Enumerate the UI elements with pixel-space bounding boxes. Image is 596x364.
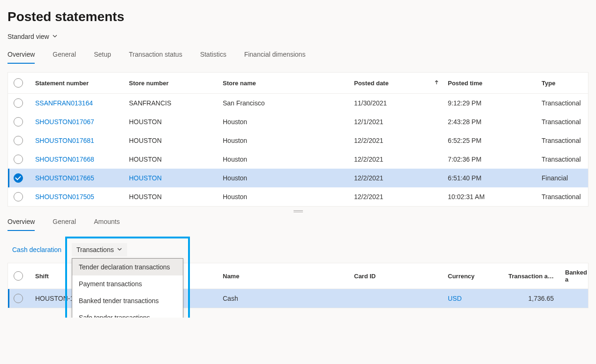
transaction-amount-value: 1,736.65 bbox=[504, 295, 565, 302]
col-header-store-name[interactable]: Store name bbox=[223, 80, 354, 87]
chevron-down-icon bbox=[52, 33, 58, 40]
row-checkbox[interactable] bbox=[14, 294, 23, 303]
table-row[interactable]: SHOUSTON017665HOUSTONHouston12/2/20216:5… bbox=[8, 169, 588, 187]
menu-safe-tender-transactions[interactable]: Safe tender transactions bbox=[72, 309, 183, 318]
lines-select-all-checkbox[interactable] bbox=[14, 271, 23, 281]
store-name-value: Houston bbox=[223, 118, 354, 126]
row-checkbox[interactable] bbox=[14, 155, 23, 164]
store-number-value: HOUSTON bbox=[129, 118, 162, 126]
tab-overview[interactable]: Overview bbox=[8, 51, 35, 64]
statement-number-link[interactable]: SHOUSTON017505 bbox=[35, 193, 94, 201]
type-value: Transactional bbox=[542, 193, 588, 201]
statement-number-link[interactable]: SSANFRAN013164 bbox=[35, 99, 93, 107]
store-name-value: Houston bbox=[223, 174, 354, 182]
row-checkbox[interactable] bbox=[14, 192, 23, 201]
page-title: Posted statements bbox=[8, 9, 588, 24]
store-name-value: San Francisco bbox=[223, 99, 354, 107]
store-number-value: HOUSTON bbox=[129, 156, 162, 163]
tab-transaction-status[interactable]: Transaction status bbox=[129, 51, 182, 64]
statements-grid-header: Statement number Store number Store name… bbox=[8, 73, 588, 94]
col-header-name[interactable]: Name bbox=[223, 273, 354, 280]
row-checkbox[interactable] bbox=[14, 173, 23, 183]
main-tabs: Overview General Setup Transaction statu… bbox=[8, 51, 588, 64]
tab-statistics[interactable]: Statistics bbox=[200, 51, 226, 64]
tab-general[interactable]: General bbox=[53, 51, 76, 64]
menu-banked-tender-transactions[interactable]: Banked tender transactions bbox=[72, 292, 183, 309]
statement-number-link[interactable]: SHOUSTON017668 bbox=[35, 156, 94, 163]
posted-date-value: 12/2/2021 bbox=[354, 193, 448, 201]
table-row[interactable]: SHOUSTON017505HOUSTONHouston12/2/202110:… bbox=[8, 187, 588, 206]
type-value: Financial bbox=[542, 174, 588, 182]
store-name-value: Houston bbox=[223, 156, 354, 163]
posted-date-value: 12/2/2021 bbox=[354, 174, 448, 182]
type-value: Transactional bbox=[542, 156, 588, 163]
table-row[interactable]: SSANFRAN013164SANFRANCISSan Francisco11/… bbox=[8, 94, 588, 112]
posted-time-value: 7:02:36 PM bbox=[448, 156, 542, 163]
type-value: Transactional bbox=[542, 118, 588, 126]
store-name-value: Houston bbox=[223, 193, 354, 201]
statements-grid: Statement number Store number Store name… bbox=[8, 72, 588, 207]
table-row[interactable]: SHOUSTON017681HOUSTONHouston12/2/20216:5… bbox=[8, 131, 588, 150]
tab-financial-dimensions[interactable]: Financial dimensions bbox=[244, 51, 306, 64]
row-checkbox[interactable] bbox=[14, 117, 23, 126]
row-checkbox[interactable] bbox=[14, 98, 23, 108]
posted-time-value: 10:02:31 AM bbox=[448, 193, 542, 201]
posted-time-value: 2:43:28 PM bbox=[448, 118, 542, 126]
transactions-dropdown-button[interactable]: Transactions bbox=[72, 243, 127, 256]
store-name-value: Houston bbox=[223, 137, 354, 144]
chevron-down-icon bbox=[117, 246, 122, 253]
posted-date-value: 12/2/2021 bbox=[354, 156, 448, 163]
store-number-value: SANFRANCIS bbox=[129, 99, 171, 107]
col-header-transaction-amount[interactable]: Transaction a… bbox=[504, 273, 565, 280]
subtab-overview[interactable]: Overview bbox=[8, 218, 35, 231]
statement-number-link[interactable]: SHOUSTON017665 bbox=[35, 174, 94, 182]
view-selector[interactable]: Standard view bbox=[8, 33, 58, 40]
col-header-banked-amount[interactable]: Banked a bbox=[565, 269, 588, 283]
tab-setup[interactable]: Setup bbox=[94, 51, 111, 64]
statement-number-link[interactable]: SHOUSTON017067 bbox=[35, 118, 94, 126]
view-selector-label: Standard view bbox=[8, 33, 49, 40]
splitter[interactable] bbox=[8, 207, 588, 218]
sort-ascending-icon bbox=[434, 80, 439, 87]
posted-time-value: 9:12:29 PM bbox=[448, 99, 542, 107]
store-number-link[interactable]: HOUSTON bbox=[129, 174, 162, 182]
col-header-store-number[interactable]: Store number bbox=[129, 80, 223, 87]
menu-tender-declaration-transactions[interactable]: Tender declaration transactions bbox=[72, 259, 183, 275]
splitter-handle-icon bbox=[294, 210, 303, 212]
posted-date-value: 12/1/2021 bbox=[354, 118, 448, 126]
col-header-card-id[interactable]: Card ID bbox=[354, 273, 448, 280]
col-header-currency[interactable]: Currency bbox=[448, 273, 504, 280]
col-header-posted-date[interactable]: Posted date bbox=[354, 80, 448, 87]
table-row[interactable]: SHOUSTON017067HOUSTONHouston12/1/20212:4… bbox=[8, 112, 588, 131]
select-all-checkbox[interactable] bbox=[14, 78, 23, 88]
cash-declaration-button[interactable]: Cash declaration bbox=[10, 243, 63, 256]
lines-toolbar: Cash declaration Transactions Tender dec… bbox=[8, 243, 588, 256]
row-checkbox[interactable] bbox=[14, 136, 23, 145]
statement-number-link[interactable]: SHOUSTON017681 bbox=[35, 137, 94, 144]
posted-time-value: 6:51:40 PM bbox=[448, 174, 542, 182]
currency-link[interactable]: USD bbox=[448, 295, 462, 302]
type-value: Transactional bbox=[542, 99, 588, 107]
col-header-type[interactable]: Type bbox=[542, 80, 588, 87]
transactions-dropdown-menu: Tender declaration transactions Payment … bbox=[72, 258, 183, 318]
col-header-statement-number[interactable]: Statement number bbox=[35, 80, 129, 87]
col-header-posted-time[interactable]: Posted time bbox=[448, 80, 542, 87]
posted-time-value: 6:52:25 PM bbox=[448, 137, 542, 144]
store-number-value: HOUSTON bbox=[129, 137, 162, 144]
subtab-general[interactable]: General bbox=[53, 218, 76, 231]
posted-date-value: 12/2/2021 bbox=[354, 137, 448, 144]
type-value: Transactional bbox=[542, 137, 588, 144]
store-number-value: HOUSTON bbox=[129, 193, 162, 201]
name-value: Cash bbox=[223, 295, 354, 302]
subtab-amounts[interactable]: Amounts bbox=[94, 218, 120, 231]
posted-date-value: 11/30/2021 bbox=[354, 99, 448, 107]
sub-tabs: Overview General Amounts bbox=[8, 218, 588, 231]
table-row[interactable]: SHOUSTON017668HOUSTONHouston12/2/20217:0… bbox=[8, 150, 588, 169]
menu-payment-transactions[interactable]: Payment transactions bbox=[72, 275, 183, 292]
